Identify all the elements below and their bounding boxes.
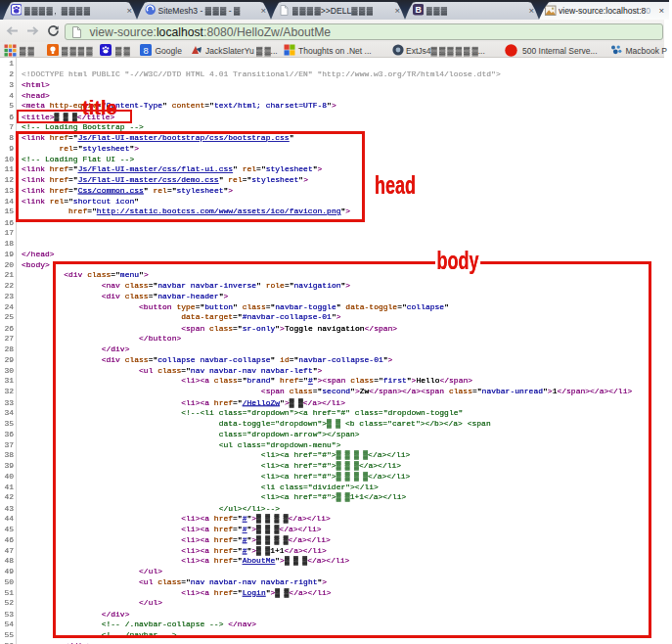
svg-text:B: B xyxy=(415,5,421,15)
svg-text:8: 8 xyxy=(143,45,148,56)
